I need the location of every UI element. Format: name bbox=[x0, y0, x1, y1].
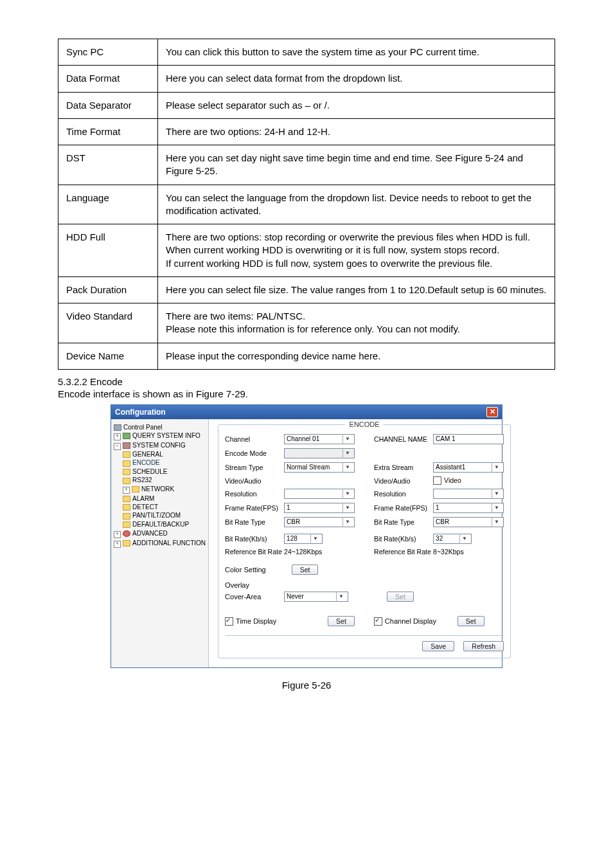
label-overlay: Overlay bbox=[225, 581, 504, 589]
desc-cell: Here you can select file size. The value… bbox=[158, 276, 555, 303]
tree-item-encode[interactable]: ENCODE bbox=[123, 458, 206, 467]
tree-item-alarm[interactable]: ALARM bbox=[123, 494, 206, 503]
table-row: Pack DurationHere you can select file si… bbox=[58, 276, 555, 303]
color-setting-set-button[interactable]: Set bbox=[292, 565, 319, 575]
bit-rate-right-select[interactable]: 32▼ bbox=[433, 534, 472, 544]
label-bit-rate-type-right: Bit Rate Type bbox=[374, 518, 433, 526]
figure-caption: Figure 5-26 bbox=[58, 680, 555, 691]
label-frame-rate-right: Frame Rate(FPS) bbox=[374, 504, 433, 512]
tree-item-network[interactable]: +NETWORK bbox=[123, 485, 206, 494]
bit-rate-type-right-select[interactable]: CBR▼ bbox=[433, 517, 504, 527]
folder-icon bbox=[123, 540, 130, 547]
tree-item-additional-function[interactable]: +ADDITIONAL FUNCTION bbox=[114, 539, 206, 548]
tree-item-ptz[interactable]: PAN/TILT/ZOOM bbox=[123, 511, 206, 520]
configuration-window: Configuration ✕ Control Panel +QUERY SYS… bbox=[111, 404, 502, 669]
label-bit-rate-right: Bit Rate(Kb/s) bbox=[374, 535, 433, 543]
bit-rate-left-select[interactable]: 128▼ bbox=[284, 534, 323, 544]
window-title: Configuration bbox=[115, 408, 166, 417]
param-cell: Data Format bbox=[58, 66, 158, 92]
desc-cell: Please input the corresponding device na… bbox=[158, 343, 555, 369]
video-checkbox[interactable] bbox=[433, 476, 441, 485]
frame-rate-left-select[interactable]: 1▼ bbox=[284, 503, 355, 513]
extra-stream-select[interactable]: Assistant1▼ bbox=[433, 462, 504, 473]
channel-display-set-button[interactable]: Set bbox=[458, 616, 484, 626]
param-cell: Data Separator bbox=[58, 92, 158, 118]
close-icon[interactable]: ✕ bbox=[486, 407, 498, 417]
expand-icon[interactable]: + bbox=[114, 541, 121, 548]
resolution-right-select[interactable]: ▼ bbox=[433, 489, 504, 499]
tree-item-general[interactable]: GENERAL bbox=[123, 450, 206, 458]
desc-cell: You can click this button to save the sy… bbox=[158, 39, 555, 66]
time-display-set-button[interactable]: Set bbox=[328, 616, 355, 626]
section-heading: 5.3.2.2 Encode bbox=[58, 376, 555, 387]
advanced-icon bbox=[123, 530, 130, 537]
refresh-button[interactable]: Refresh bbox=[463, 641, 504, 651]
time-display-checkbox[interactable] bbox=[225, 617, 233, 626]
nav-tree: Control Panel +QUERY SYSTEM INFO −SYSTEM… bbox=[111, 419, 209, 668]
chevron-down-icon: ▼ bbox=[342, 517, 352, 527]
desc-cell: You can select the language from the dro… bbox=[158, 185, 555, 224]
label-color-setting: Color Setting bbox=[225, 566, 266, 574]
desc-cell: Here you can set day night save time beg… bbox=[158, 145, 555, 185]
collapse-icon[interactable]: − bbox=[114, 443, 121, 450]
label-frame-rate-left: Frame Rate(FPS) bbox=[225, 504, 284, 512]
expand-icon[interactable]: + bbox=[114, 531, 121, 538]
param-cell: Pack Duration bbox=[58, 276, 158, 303]
cover-area-set-button: Set bbox=[387, 592, 414, 602]
save-button[interactable]: Save bbox=[422, 641, 454, 651]
label-stream-type: Stream Type bbox=[225, 464, 284, 471]
tree-item-default-backup[interactable]: DEFAULT/BACKUP bbox=[123, 520, 206, 529]
param-cell: Language bbox=[58, 185, 158, 224]
label-resolution-right: Resolution bbox=[374, 490, 433, 498]
resolution-left-select[interactable]: ▼ bbox=[284, 489, 355, 499]
label-ref-bit-rate-right: Reference Bit Rate bbox=[374, 548, 433, 556]
parameter-table: Sync PCYou can click this button to save… bbox=[58, 39, 555, 370]
tree-item-system-config[interactable]: −SYSTEM CONFIG GENERAL ENCODE SCHEDULE R… bbox=[114, 441, 206, 529]
stream-type-select[interactable]: Normal Stream▼ bbox=[284, 462, 355, 473]
folder-open-icon bbox=[123, 460, 130, 467]
video-checkbox-label: Video bbox=[444, 476, 461, 484]
chevron-down-icon: ▼ bbox=[342, 462, 352, 473]
tree-item-advanced[interactable]: +ADVANCED bbox=[114, 529, 206, 539]
channel-select[interactable]: Channel 01▼ bbox=[284, 434, 355, 444]
table-row: Video StandardThere are two items: PAL/N… bbox=[58, 303, 555, 343]
bottom-bar: Save Refresh bbox=[225, 635, 504, 651]
tree-item-schedule[interactable]: SCHEDULE bbox=[123, 467, 206, 476]
desc-cell: There are two items: PAL/NTSC. Please no… bbox=[158, 303, 555, 343]
table-row: Data FormatHere you can select data form… bbox=[58, 66, 555, 92]
panel-icon bbox=[114, 424, 121, 431]
expand-icon[interactable]: + bbox=[114, 433, 121, 440]
table-row: Data SeparatorPlease select separator su… bbox=[58, 92, 555, 118]
desc-cell: There are two options: 24-H and 12-H. bbox=[158, 118, 555, 145]
table-row: HDD FullThere are two options: stop reco… bbox=[58, 224, 555, 277]
table-row: DSTHere you can set day night save time … bbox=[58, 145, 555, 185]
cover-area-select[interactable]: Never▼ bbox=[284, 592, 348, 602]
chevron-down-icon: ▼ bbox=[492, 503, 501, 513]
bit-rate-type-left-select[interactable]: CBR▼ bbox=[284, 517, 355, 527]
folder-icon bbox=[123, 504, 130, 511]
channel-name-input[interactable]: CAM 1 bbox=[433, 434, 504, 444]
folder-icon bbox=[132, 486, 139, 493]
ref-bit-rate-left-value: 24~128Kbps bbox=[284, 548, 355, 556]
chevron-down-icon: ▼ bbox=[342, 503, 352, 513]
table-row: LanguageYou can select the language from… bbox=[58, 185, 555, 224]
table-row: Sync PCYou can click this button to save… bbox=[58, 39, 555, 66]
folder-icon bbox=[123, 469, 130, 475]
label-bit-rate-type-left: Bit Rate Type bbox=[225, 518, 284, 526]
chevron-down-icon: ▼ bbox=[310, 534, 320, 544]
channel-display-checkbox[interactable] bbox=[374, 617, 382, 626]
frame-rate-right-select[interactable]: 1▼ bbox=[433, 503, 504, 513]
chevron-down-icon: ▼ bbox=[342, 448, 352, 458]
tree-item-detect[interactable]: DETECT bbox=[123, 503, 206, 511]
desc-cell: Here you can select data format from the… bbox=[158, 66, 555, 92]
gear-icon bbox=[123, 442, 130, 449]
folder-icon bbox=[123, 433, 130, 439]
tree-item-rs232[interactable]: RS232 bbox=[123, 476, 206, 484]
tree-item-query-system-info[interactable]: +QUERY SYSTEM INFO bbox=[114, 431, 206, 441]
encode-fieldset: ENCODE Channel Channel 01▼ CHANNEL NAME … bbox=[218, 424, 511, 659]
tree-item-control-panel[interactable]: Control Panel bbox=[114, 423, 206, 431]
expand-icon[interactable]: + bbox=[123, 487, 130, 494]
window-titlebar: Configuration ✕ bbox=[111, 405, 502, 419]
label-ref-bit-rate-left: Reference Bit Rate bbox=[225, 548, 284, 556]
desc-cell: Please select separator such as – or /. bbox=[158, 92, 555, 118]
